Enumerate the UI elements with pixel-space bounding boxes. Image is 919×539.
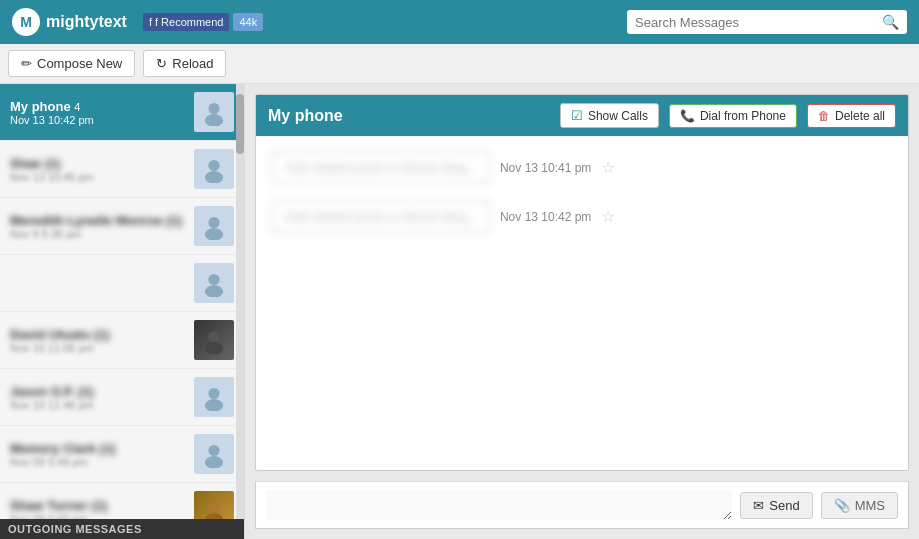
svg-point-10 — [208, 388, 219, 399]
reload-label: Reload — [172, 56, 213, 71]
avatar — [194, 92, 234, 132]
svg-point-0 — [208, 103, 219, 114]
svg-point-9 — [205, 342, 223, 354]
compose-new-button[interactable]: ✏ Compose New — [8, 50, 135, 77]
sidebar-item-jason[interactable]: Jason S.P. (1) Nov 10 11:46 pm — [0, 369, 244, 426]
dial-from-phone-button[interactable]: 📞 Dial from Phone — [669, 104, 797, 128]
contact-info: David Utuatu (1) Nov 10 11:05 pm — [10, 327, 186, 354]
messages-body: Add related posts to Moxie blog... Nov 1… — [256, 136, 908, 470]
avatar — [194, 377, 234, 417]
svg-point-13 — [205, 456, 223, 468]
avatar — [194, 434, 234, 474]
show-calls-button[interactable]: ☑ Show Calls — [560, 103, 659, 128]
compose-input[interactable] — [266, 490, 732, 520]
contact-info: My phone 4 Nov 13 10:42 pm — [10, 99, 186, 126]
message-row: Add related posts to Moxie blog... Nov 1… — [271, 200, 893, 233]
contact-info: Shae (1) Nov 13 10:45 pm — [10, 156, 186, 183]
contact-time: Nov 10 11:46 pm — [10, 399, 186, 411]
trash-icon: 🗑 — [818, 109, 830, 123]
mms-button[interactable]: 📎 MMS — [821, 492, 898, 519]
logo: M mightytext — [12, 8, 127, 36]
compose-footer: ✉ Send 📎 MMS — [255, 481, 909, 529]
message-time: Nov 13 10:42 pm — [500, 210, 591, 224]
svg-point-4 — [208, 217, 219, 228]
header: M mightytext f f Recommend 44k 🔍 — [0, 0, 919, 44]
pencil-icon: ✏ — [21, 56, 32, 71]
send-label: Send — [769, 498, 799, 513]
contact-name: David Utuatu (1) — [10, 327, 186, 342]
app-name: mightytext — [46, 13, 127, 31]
delete-all-button[interactable]: 🗑 Delete all — [807, 104, 896, 128]
search-input[interactable] — [635, 15, 876, 30]
sidebar-item-meredith[interactable]: Meredith Lynelle Monroe (1) Nov 9 5:36 p… — [0, 198, 244, 255]
svg-point-3 — [205, 171, 223, 183]
contact-time: Nov 13 10:45 pm — [10, 171, 186, 183]
sidebar-item-shae[interactable]: Shae (1) Nov 13 10:45 pm — [0, 141, 244, 198]
contact-name: Jason S.P. (1) — [10, 384, 186, 399]
outgoing-messages-bar: OUTGOING MESSAGES — [0, 519, 244, 539]
sidebar: My phone 4 Nov 13 10:42 pm Shae (1) Nov … — [0, 84, 245, 539]
svg-point-2 — [208, 160, 219, 171]
svg-point-7 — [205, 285, 223, 297]
contact-info: Jason S.P. (1) Nov 10 11:46 pm — [10, 384, 186, 411]
contact-time: Nov 13 10:42 pm — [10, 114, 186, 126]
star-icon[interactable]: ☆ — [601, 207, 615, 226]
logo-icon: M — [12, 8, 40, 36]
star-icon[interactable]: ☆ — [601, 158, 615, 177]
message-bubble: Add related posts to Moxie blog... — [271, 151, 490, 184]
contact-name: Shae (1) — [10, 156, 186, 171]
phone-icon: 📞 — [680, 109, 695, 123]
fb-icon: f — [149, 16, 152, 28]
message-panel-header: My phone ☑ Show Calls 📞 Dial from Phone … — [256, 95, 908, 136]
svg-point-8 — [208, 331, 219, 342]
message-time: Nov 13 10:41 pm — [500, 161, 591, 175]
avatar — [194, 149, 234, 189]
send-icon: ✉ — [753, 498, 764, 513]
show-calls-label: Show Calls — [588, 109, 648, 123]
panel-title: My phone — [268, 107, 550, 125]
fb-recommend-button[interactable]: f f Recommend — [143, 13, 230, 31]
message-panel: My phone ☑ Show Calls 📞 Dial from Phone … — [255, 94, 909, 471]
svg-point-6 — [208, 274, 219, 285]
contact-name: Shaw Turner (1) — [10, 498, 186, 513]
svg-point-14 — [208, 502, 219, 513]
contact-name: Memory Clark (1) — [10, 441, 186, 456]
sidebar-item-david[interactable]: David Utuatu (1) Nov 10 11:05 pm — [0, 312, 244, 369]
compose-new-label: Compose New — [37, 56, 122, 71]
fb-recommend-section: f f Recommend 44k — [143, 13, 263, 31]
reload-icon: ↻ — [156, 56, 167, 71]
sidebar-item-myphone[interactable]: My phone 4 Nov 13 10:42 pm — [0, 84, 244, 141]
scrollbar-thumb[interactable] — [236, 94, 244, 154]
search-bar[interactable]: 🔍 — [627, 10, 907, 34]
sidebar-item-empty1[interactable] — [0, 255, 244, 312]
checkbox-icon: ☑ — [571, 108, 583, 123]
svg-point-1 — [205, 114, 223, 126]
fb-count-badge: 44k — [233, 13, 263, 31]
dial-from-phone-label: Dial from Phone — [700, 109, 786, 123]
avatar — [194, 263, 234, 303]
message-row: Add related posts to Moxie blog... Nov 1… — [271, 151, 893, 184]
avatar — [194, 206, 234, 246]
fb-recommend-label: f Recommend — [155, 16, 223, 28]
sidebar-item-memory[interactable]: Memory Clark (1) Nov 09 5:48 pm — [0, 426, 244, 483]
svg-point-12 — [208, 445, 219, 456]
contact-time: Nov 9 5:36 pm — [10, 228, 186, 240]
message-bubble: Add related posts to Moxie blog... — [271, 200, 490, 233]
delete-all-label: Delete all — [835, 109, 885, 123]
reload-button[interactable]: ↻ Reload — [143, 50, 226, 77]
svg-point-5 — [205, 228, 223, 240]
contact-name: Meredith Lynelle Monroe (1) — [10, 213, 186, 228]
contact-time: Nov 10 11:05 pm — [10, 342, 186, 354]
contact-info: Memory Clark (1) Nov 09 5:48 pm — [10, 441, 186, 468]
avatar — [194, 320, 234, 360]
paperclip-icon: 📎 — [834, 498, 850, 513]
contact-name: My phone 4 — [10, 99, 186, 114]
main-layout: My phone 4 Nov 13 10:42 pm Shae (1) Nov … — [0, 84, 919, 539]
contact-info: Meredith Lynelle Monroe (1) Nov 9 5:36 p… — [10, 213, 186, 240]
svg-point-11 — [205, 399, 223, 411]
mms-label: MMS — [855, 498, 885, 513]
send-button[interactable]: ✉ Send — [740, 492, 812, 519]
toolbar: ✏ Compose New ↻ Reload — [0, 44, 919, 84]
search-icon[interactable]: 🔍 — [882, 14, 899, 30]
scrollbar-track — [236, 84, 244, 539]
